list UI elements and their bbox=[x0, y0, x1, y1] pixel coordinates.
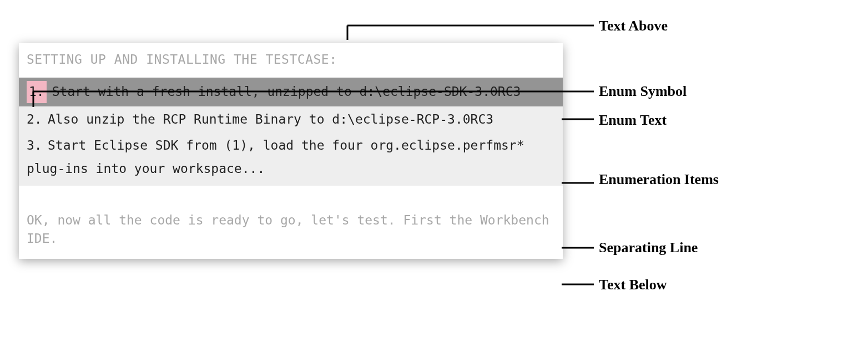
label-sep-line: Separating Line bbox=[599, 239, 698, 256]
separating-line bbox=[19, 186, 563, 211]
enum-item-3-wrap: plug-ins into your workspace... bbox=[19, 159, 563, 186]
panel-inner: SETTING UP AND INSTALLING THE TESTCASE: … bbox=[19, 43, 563, 259]
label-enum-text: Enum Text bbox=[599, 112, 667, 129]
enum-symbol: 3. bbox=[27, 136, 48, 156]
enum-item-3: 3. Start Eclipse SDK from (1), load the … bbox=[19, 132, 563, 159]
enum-text: Also unzip the RCP Runtime Binary to d:\… bbox=[48, 110, 555, 130]
label-text-below: Text Below bbox=[599, 277, 667, 293]
enumeration-items: 1. Start with a fresh install, unzipped … bbox=[19, 78, 563, 186]
text-below: OK, now all the code is ready to go, let… bbox=[19, 211, 563, 252]
label-enum-items: Enumeration Items bbox=[599, 171, 719, 188]
enum-item-2: 2. Also unzip the RCP Runtime Binary to … bbox=[19, 106, 563, 133]
enum-symbol: 1. bbox=[27, 81, 47, 103]
text-above: SETTING UP AND INSTALLING THE TESTCASE: bbox=[19, 50, 563, 78]
enum-text: Start with a fresh install, unzipped to … bbox=[52, 82, 555, 102]
label-text-above: Text Above bbox=[599, 18, 668, 34]
enum-symbol: 2. bbox=[27, 110, 48, 130]
example-panel: SETTING UP AND INSTALLING THE TESTCASE: … bbox=[19, 43, 563, 259]
enum-text: Start Eclipse SDK from (1), load the fou… bbox=[48, 136, 555, 156]
enum-item-1: 1. Start with a fresh install, unzipped … bbox=[19, 78, 563, 106]
label-enum-symbol: Enum Symbol bbox=[599, 83, 687, 100]
